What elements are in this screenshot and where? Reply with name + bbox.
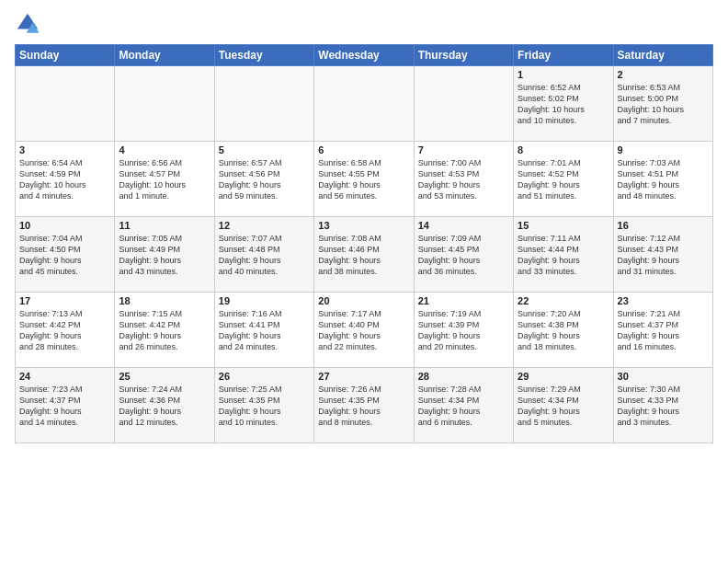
week-row-2: 10Sunrise: 7:04 AM Sunset: 4:50 PM Dayli… [16, 217, 713, 293]
day-cell: 11Sunrise: 7:05 AM Sunset: 4:49 PM Dayli… [115, 217, 214, 293]
day-cell [214, 66, 313, 142]
day-info: Sunrise: 6:58 AM Sunset: 4:55 PM Dayligh… [318, 157, 409, 202]
day-cell: 16Sunrise: 7:12 AM Sunset: 4:43 PM Dayli… [613, 217, 712, 293]
day-number: 14 [418, 220, 509, 231]
col-header-thursday: Thursday [414, 45, 513, 66]
day-number: 17 [19, 295, 110, 306]
day-info: Sunrise: 7:11 AM Sunset: 4:44 PM Dayligh… [518, 233, 609, 278]
day-cell: 20Sunrise: 7:17 AM Sunset: 4:40 PM Dayli… [314, 293, 414, 368]
day-info: Sunrise: 7:05 AM Sunset: 4:49 PM Dayligh… [119, 233, 210, 278]
day-info: Sunrise: 7:13 AM Sunset: 4:42 PM Dayligh… [19, 308, 110, 353]
day-cell: 13Sunrise: 7:08 AM Sunset: 4:46 PM Dayli… [314, 217, 414, 293]
day-info: Sunrise: 7:17 AM Sunset: 4:40 PM Dayligh… [318, 308, 409, 353]
calendar: SundayMondayTuesdayWednesdayThursdayFrid… [15, 44, 713, 443]
day-cell: 18Sunrise: 7:15 AM Sunset: 4:42 PM Dayli… [115, 293, 214, 368]
day-info: Sunrise: 7:29 AM Sunset: 4:34 PM Dayligh… [518, 384, 609, 429]
day-cell [16, 66, 115, 142]
day-cell [414, 66, 513, 142]
day-info: Sunrise: 7:07 AM Sunset: 4:48 PM Dayligh… [219, 233, 310, 278]
day-info: Sunrise: 6:56 AM Sunset: 4:57 PM Dayligh… [119, 157, 210, 202]
day-cell: 9Sunrise: 7:03 AM Sunset: 4:51 PM Daylig… [613, 142, 712, 217]
day-number: 3 [19, 144, 110, 155]
day-number: 19 [219, 295, 310, 306]
week-row-1: 3Sunrise: 6:54 AM Sunset: 4:59 PM Daylig… [16, 142, 713, 217]
day-cell: 1Sunrise: 6:52 AM Sunset: 5:02 PM Daylig… [514, 66, 613, 142]
logo [15, 11, 44, 37]
day-info: Sunrise: 7:16 AM Sunset: 4:41 PM Dayligh… [219, 308, 310, 353]
day-number: 24 [19, 371, 110, 382]
day-number: 26 [219, 371, 310, 382]
day-number: 20 [318, 295, 409, 306]
col-header-monday: Monday [115, 45, 214, 66]
day-cell: 21Sunrise: 7:19 AM Sunset: 4:39 PM Dayli… [414, 293, 513, 368]
day-info: Sunrise: 7:09 AM Sunset: 4:45 PM Dayligh… [418, 233, 509, 278]
day-info: Sunrise: 6:53 AM Sunset: 5:00 PM Dayligh… [618, 82, 709, 127]
day-info: Sunrise: 7:28 AM Sunset: 4:34 PM Dayligh… [418, 384, 509, 429]
day-number: 15 [518, 220, 609, 231]
col-header-tuesday: Tuesday [214, 45, 313, 66]
day-info: Sunrise: 7:08 AM Sunset: 4:46 PM Dayligh… [318, 233, 409, 278]
day-info: Sunrise: 7:26 AM Sunset: 4:35 PM Dayligh… [318, 384, 409, 429]
day-number: 27 [318, 371, 409, 382]
col-header-sunday: Sunday [16, 45, 115, 66]
day-number: 1 [518, 69, 609, 80]
day-number: 7 [418, 144, 509, 155]
week-row-3: 17Sunrise: 7:13 AM Sunset: 4:42 PM Dayli… [16, 293, 713, 368]
day-number: 22 [518, 295, 609, 306]
day-info: Sunrise: 7:23 AM Sunset: 4:37 PM Dayligh… [19, 384, 110, 429]
day-cell: 12Sunrise: 7:07 AM Sunset: 4:48 PM Dayli… [214, 217, 313, 293]
day-cell: 25Sunrise: 7:24 AM Sunset: 4:36 PM Dayli… [115, 368, 214, 443]
day-number: 8 [518, 144, 609, 155]
day-cell [314, 66, 414, 142]
day-info: Sunrise: 6:54 AM Sunset: 4:59 PM Dayligh… [19, 157, 110, 202]
day-cell: 3Sunrise: 6:54 AM Sunset: 4:59 PM Daylig… [16, 142, 115, 217]
day-cell: 27Sunrise: 7:26 AM Sunset: 4:35 PM Dayli… [314, 368, 414, 443]
day-cell: 4Sunrise: 6:56 AM Sunset: 4:57 PM Daylig… [115, 142, 214, 217]
day-info: Sunrise: 7:03 AM Sunset: 4:51 PM Dayligh… [618, 157, 709, 202]
day-info: Sunrise: 7:04 AM Sunset: 4:50 PM Dayligh… [19, 233, 110, 278]
day-info: Sunrise: 7:19 AM Sunset: 4:39 PM Dayligh… [418, 308, 509, 353]
calendar-header-row: SundayMondayTuesdayWednesdayThursdayFrid… [16, 45, 713, 66]
day-number: 9 [618, 144, 709, 155]
day-number: 30 [618, 371, 709, 382]
day-cell: 5Sunrise: 6:57 AM Sunset: 4:56 PM Daylig… [214, 142, 313, 217]
day-info: Sunrise: 6:57 AM Sunset: 4:56 PM Dayligh… [219, 157, 310, 202]
day-number: 10 [19, 220, 110, 231]
day-number: 18 [119, 295, 210, 306]
day-info: Sunrise: 7:20 AM Sunset: 4:38 PM Dayligh… [518, 308, 609, 353]
day-cell: 17Sunrise: 7:13 AM Sunset: 4:42 PM Dayli… [16, 293, 115, 368]
day-info: Sunrise: 7:24 AM Sunset: 4:36 PM Dayligh… [119, 384, 210, 429]
header [15, 11, 713, 37]
day-number: 6 [318, 144, 409, 155]
day-cell: 15Sunrise: 7:11 AM Sunset: 4:44 PM Dayli… [514, 217, 613, 293]
day-number: 28 [418, 371, 509, 382]
day-number: 2 [618, 69, 709, 80]
day-info: Sunrise: 7:15 AM Sunset: 4:42 PM Dayligh… [119, 308, 210, 353]
day-info: Sunrise: 7:30 AM Sunset: 4:33 PM Dayligh… [618, 384, 709, 429]
day-number: 21 [418, 295, 509, 306]
day-number: 29 [518, 371, 609, 382]
col-header-wednesday: Wednesday [314, 45, 414, 66]
day-number: 5 [219, 144, 310, 155]
day-cell: 8Sunrise: 7:01 AM Sunset: 4:52 PM Daylig… [514, 142, 613, 217]
logo-icon [15, 11, 40, 37]
day-cell: 24Sunrise: 7:23 AM Sunset: 4:37 PM Dayli… [16, 368, 115, 443]
day-cell: 30Sunrise: 7:30 AM Sunset: 4:33 PM Dayli… [613, 368, 712, 443]
day-number: 16 [618, 220, 709, 231]
day-info: Sunrise: 7:21 AM Sunset: 4:37 PM Dayligh… [618, 308, 709, 353]
day-cell: 23Sunrise: 7:21 AM Sunset: 4:37 PM Dayli… [613, 293, 712, 368]
day-info: Sunrise: 7:00 AM Sunset: 4:53 PM Dayligh… [418, 157, 509, 202]
day-cell: 14Sunrise: 7:09 AM Sunset: 4:45 PM Dayli… [414, 217, 513, 293]
day-cell: 26Sunrise: 7:25 AM Sunset: 4:35 PM Dayli… [214, 368, 313, 443]
day-cell: 6Sunrise: 6:58 AM Sunset: 4:55 PM Daylig… [314, 142, 414, 217]
col-header-saturday: Saturday [613, 45, 712, 66]
day-cell: 2Sunrise: 6:53 AM Sunset: 5:00 PM Daylig… [613, 66, 712, 142]
week-row-0: 1Sunrise: 6:52 AM Sunset: 5:02 PM Daylig… [16, 66, 713, 142]
day-cell: 29Sunrise: 7:29 AM Sunset: 4:34 PM Dayli… [514, 368, 613, 443]
day-number: 12 [219, 220, 310, 231]
day-cell: 28Sunrise: 7:28 AM Sunset: 4:34 PM Dayli… [414, 368, 513, 443]
week-row-4: 24Sunrise: 7:23 AM Sunset: 4:37 PM Dayli… [16, 368, 713, 443]
day-cell: 10Sunrise: 7:04 AM Sunset: 4:50 PM Dayli… [16, 217, 115, 293]
day-number: 23 [618, 295, 709, 306]
day-info: Sunrise: 7:25 AM Sunset: 4:35 PM Dayligh… [219, 384, 310, 429]
